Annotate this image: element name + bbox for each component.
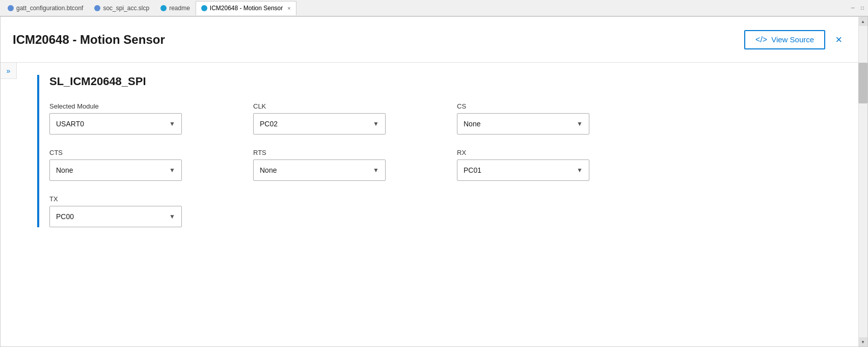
- chevron-down-icon-cs: ▼: [577, 120, 583, 127]
- label-rx: RX: [457, 149, 589, 156]
- field-rts: RTS None ▼: [253, 149, 386, 181]
- label-tx: TX: [49, 195, 182, 203]
- page-title: ICM20648 - Motion Sensor: [13, 33, 165, 47]
- label-selected-module: Selected Module: [49, 102, 182, 110]
- scrollbar-thumb[interactable]: [858, 63, 867, 103]
- section-sl-icm20648-spi: SL_ICM20648_SPI Selected Module USART0 ▼…: [37, 75, 838, 227]
- chevron-down-icon-cts: ▼: [169, 167, 175, 174]
- tab-label-soc-spi: soc_spi_acc.slcp: [103, 5, 149, 12]
- label-cs: CS: [457, 102, 589, 110]
- select-cs[interactable]: None ▼: [457, 113, 589, 135]
- section-title: SL_ICM20648_SPI: [49, 75, 838, 88]
- content-scroll: SL_ICM20648_SPI Selected Module USART0 ▼…: [17, 63, 858, 346]
- chevron-down-icon-tx: ▼: [169, 213, 175, 220]
- view-source-label: View Source: [771, 35, 814, 44]
- field-selected-module: Selected Module USART0 ▼: [49, 102, 182, 135]
- select-value-selected-module: USART0: [56, 120, 84, 128]
- select-value-cs: None: [464, 120, 480, 128]
- scrollbar-arrow-down[interactable]: ▼: [858, 337, 867, 346]
- field-tx: TX PC00 ▼: [49, 195, 182, 227]
- select-value-rx: PC01: [464, 166, 481, 174]
- tab-soc-spi[interactable]: soc_spi_acc.slcp: [89, 1, 155, 15]
- scrollbar-track: ▲ ▼: [858, 17, 867, 346]
- sidebar-toggle[interactable]: »: [1, 63, 17, 79]
- tab-icon-motion: [201, 5, 207, 11]
- field-cs: CS None ▼: [457, 102, 589, 135]
- maximize-button[interactable]: □: [859, 4, 866, 12]
- tab-label-motion: ICM20648 - Motion Sensor: [210, 5, 283, 12]
- window-controls: ─ □: [849, 4, 866, 12]
- scrollbar-arrow-up[interactable]: ▲: [858, 17, 867, 26]
- tab-icon-readme: [160, 5, 167, 11]
- field-rx: RX PC01 ▼: [457, 149, 589, 181]
- select-tx[interactable]: PC00 ▼: [49, 206, 182, 227]
- select-clk[interactable]: PC02 ▼: [253, 113, 386, 135]
- header: ICM20648 - Motion Sensor </> View Source…: [1, 17, 858, 63]
- tab-motion[interactable]: ICM20648 - Motion Sensor ×: [196, 1, 296, 15]
- label-rts: RTS: [253, 149, 386, 156]
- chevron-down-icon-selected-module: ▼: [169, 120, 175, 127]
- select-rts[interactable]: None ▼: [253, 159, 386, 181]
- close-button[interactable]: ×: [831, 31, 846, 48]
- chevron-down-icon-rts: ▼: [373, 167, 379, 174]
- label-clk: CLK: [253, 102, 386, 110]
- header-actions: </> View Source ×: [744, 30, 846, 49]
- field-clk: CLK PC02 ▼: [253, 102, 386, 135]
- select-value-cts: None: [56, 166, 73, 174]
- select-rx[interactable]: PC01 ▼: [457, 159, 589, 181]
- field-cts: CTS None ▼: [49, 149, 182, 181]
- tab-gatt[interactable]: gatt_configuration.btconf: [2, 1, 89, 15]
- tab-label-gatt: gatt_configuration.btconf: [16, 5, 83, 12]
- tab-readme[interactable]: readme: [155, 1, 196, 15]
- select-value-tx: PC00: [56, 212, 74, 221]
- view-source-button[interactable]: </> View Source: [744, 30, 825, 49]
- minimize-button[interactable]: ─: [849, 4, 857, 12]
- select-value-rts: None: [260, 166, 277, 174]
- main-area: ICM20648 - Motion Sensor </> View Source…: [0, 16, 868, 347]
- tab-bar: gatt_configuration.btconf soc_spi_acc.sl…: [0, 0, 868, 16]
- tab-icon-gatt: [8, 5, 14, 11]
- tab-icon-soc-spi: [94, 5, 100, 11]
- tab-close-motion[interactable]: ×: [287, 5, 290, 11]
- select-selected-module[interactable]: USART0 ▼: [49, 113, 182, 135]
- select-cts[interactable]: None ▼: [49, 159, 182, 181]
- chevron-down-icon-clk: ▼: [373, 120, 379, 127]
- chevron-down-icon-rx: ▼: [577, 167, 583, 174]
- form-grid: Selected Module USART0 ▼ CLK PC02 ▼ CS: [49, 102, 838, 227]
- tab-label-readme: readme: [169, 5, 190, 12]
- label-cts: CTS: [49, 149, 182, 156]
- select-value-clk: PC02: [260, 120, 278, 128]
- code-icon: </>: [755, 35, 767, 44]
